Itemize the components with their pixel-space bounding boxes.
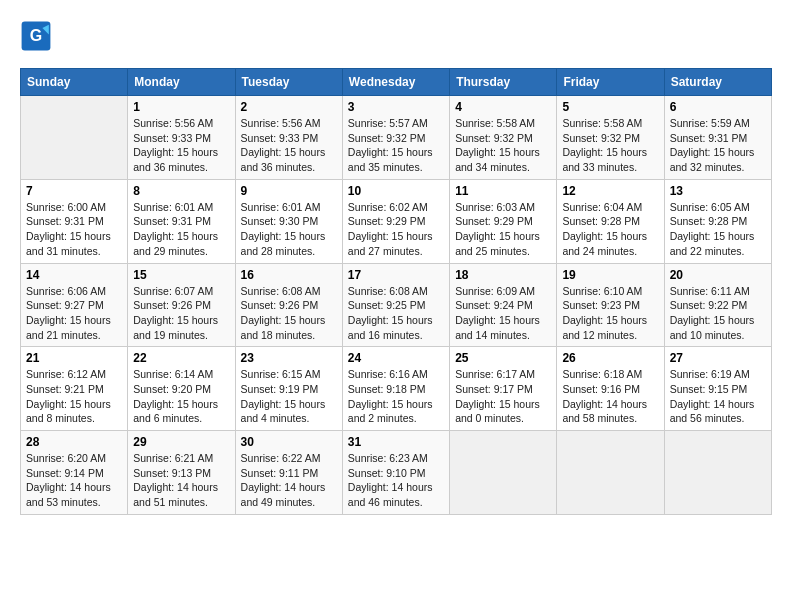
day-info: Sunrise: 6:03 AMSunset: 9:29 PMDaylight:… bbox=[455, 200, 551, 259]
day-info: Sunrise: 6:15 AMSunset: 9:19 PMDaylight:… bbox=[241, 367, 337, 426]
day-info: Sunrise: 6:10 AMSunset: 9:23 PMDaylight:… bbox=[562, 284, 658, 343]
day-info: Sunrise: 6:07 AMSunset: 9:26 PMDaylight:… bbox=[133, 284, 229, 343]
day-number: 3 bbox=[348, 100, 444, 114]
calendar-cell: 10Sunrise: 6:02 AMSunset: 9:29 PMDayligh… bbox=[342, 179, 449, 263]
day-header-wednesday: Wednesday bbox=[342, 69, 449, 96]
calendar-cell: 14Sunrise: 6:06 AMSunset: 9:27 PMDayligh… bbox=[21, 263, 128, 347]
day-number: 25 bbox=[455, 351, 551, 365]
day-info: Sunrise: 6:01 AMSunset: 9:31 PMDaylight:… bbox=[133, 200, 229, 259]
calendar-cell: 6Sunrise: 5:59 AMSunset: 9:31 PMDaylight… bbox=[664, 96, 771, 180]
calendar-cell: 23Sunrise: 6:15 AMSunset: 9:19 PMDayligh… bbox=[235, 347, 342, 431]
calendar-cell: 9Sunrise: 6:01 AMSunset: 9:30 PMDaylight… bbox=[235, 179, 342, 263]
calendar-cell: 29Sunrise: 6:21 AMSunset: 9:13 PMDayligh… bbox=[128, 431, 235, 515]
day-number: 17 bbox=[348, 268, 444, 282]
day-number: 8 bbox=[133, 184, 229, 198]
day-number: 19 bbox=[562, 268, 658, 282]
calendar-cell: 1Sunrise: 5:56 AMSunset: 9:33 PMDaylight… bbox=[128, 96, 235, 180]
day-info: Sunrise: 6:19 AMSunset: 9:15 PMDaylight:… bbox=[670, 367, 766, 426]
day-number: 28 bbox=[26, 435, 122, 449]
day-header-friday: Friday bbox=[557, 69, 664, 96]
day-number: 16 bbox=[241, 268, 337, 282]
day-info: Sunrise: 5:57 AMSunset: 9:32 PMDaylight:… bbox=[348, 116, 444, 175]
calendar-cell: 7Sunrise: 6:00 AMSunset: 9:31 PMDaylight… bbox=[21, 179, 128, 263]
day-info: Sunrise: 6:04 AMSunset: 9:28 PMDaylight:… bbox=[562, 200, 658, 259]
day-info: Sunrise: 6:17 AMSunset: 9:17 PMDaylight:… bbox=[455, 367, 551, 426]
day-number: 29 bbox=[133, 435, 229, 449]
calendar-week-row: 7Sunrise: 6:00 AMSunset: 9:31 PMDaylight… bbox=[21, 179, 772, 263]
day-number: 7 bbox=[26, 184, 122, 198]
day-info: Sunrise: 6:18 AMSunset: 9:16 PMDaylight:… bbox=[562, 367, 658, 426]
day-info: Sunrise: 6:20 AMSunset: 9:14 PMDaylight:… bbox=[26, 451, 122, 510]
day-number: 23 bbox=[241, 351, 337, 365]
day-number: 31 bbox=[348, 435, 444, 449]
day-number: 26 bbox=[562, 351, 658, 365]
day-info: Sunrise: 6:00 AMSunset: 9:31 PMDaylight:… bbox=[26, 200, 122, 259]
day-number: 20 bbox=[670, 268, 766, 282]
calendar-cell: 24Sunrise: 6:16 AMSunset: 9:18 PMDayligh… bbox=[342, 347, 449, 431]
calendar-cell: 2Sunrise: 5:56 AMSunset: 9:33 PMDaylight… bbox=[235, 96, 342, 180]
calendar-cell: 18Sunrise: 6:09 AMSunset: 9:24 PMDayligh… bbox=[450, 263, 557, 347]
svg-text:G: G bbox=[30, 27, 42, 44]
header: G bbox=[20, 20, 772, 52]
calendar-cell: 15Sunrise: 6:07 AMSunset: 9:26 PMDayligh… bbox=[128, 263, 235, 347]
day-number: 9 bbox=[241, 184, 337, 198]
day-info: Sunrise: 6:01 AMSunset: 9:30 PMDaylight:… bbox=[241, 200, 337, 259]
day-info: Sunrise: 6:06 AMSunset: 9:27 PMDaylight:… bbox=[26, 284, 122, 343]
calendar-cell: 12Sunrise: 6:04 AMSunset: 9:28 PMDayligh… bbox=[557, 179, 664, 263]
calendar-cell: 30Sunrise: 6:22 AMSunset: 9:11 PMDayligh… bbox=[235, 431, 342, 515]
day-info: Sunrise: 6:23 AMSunset: 9:10 PMDaylight:… bbox=[348, 451, 444, 510]
day-header-sunday: Sunday bbox=[21, 69, 128, 96]
calendar-week-row: 28Sunrise: 6:20 AMSunset: 9:14 PMDayligh… bbox=[21, 431, 772, 515]
day-info: Sunrise: 6:11 AMSunset: 9:22 PMDaylight:… bbox=[670, 284, 766, 343]
calendar-week-row: 1Sunrise: 5:56 AMSunset: 9:33 PMDaylight… bbox=[21, 96, 772, 180]
calendar-cell: 5Sunrise: 5:58 AMSunset: 9:32 PMDaylight… bbox=[557, 96, 664, 180]
day-number: 27 bbox=[670, 351, 766, 365]
day-info: Sunrise: 6:05 AMSunset: 9:28 PMDaylight:… bbox=[670, 200, 766, 259]
calendar-cell: 22Sunrise: 6:14 AMSunset: 9:20 PMDayligh… bbox=[128, 347, 235, 431]
day-info: Sunrise: 5:58 AMSunset: 9:32 PMDaylight:… bbox=[562, 116, 658, 175]
day-info: Sunrise: 6:09 AMSunset: 9:24 PMDaylight:… bbox=[455, 284, 551, 343]
calendar-cell: 28Sunrise: 6:20 AMSunset: 9:14 PMDayligh… bbox=[21, 431, 128, 515]
day-info: Sunrise: 6:14 AMSunset: 9:20 PMDaylight:… bbox=[133, 367, 229, 426]
day-number: 30 bbox=[241, 435, 337, 449]
day-info: Sunrise: 5:59 AMSunset: 9:31 PMDaylight:… bbox=[670, 116, 766, 175]
day-header-monday: Monday bbox=[128, 69, 235, 96]
calendar-cell: 8Sunrise: 6:01 AMSunset: 9:31 PMDaylight… bbox=[128, 179, 235, 263]
calendar-cell: 31Sunrise: 6:23 AMSunset: 9:10 PMDayligh… bbox=[342, 431, 449, 515]
day-number: 21 bbox=[26, 351, 122, 365]
calendar-cell: 3Sunrise: 5:57 AMSunset: 9:32 PMDaylight… bbox=[342, 96, 449, 180]
day-info: Sunrise: 6:12 AMSunset: 9:21 PMDaylight:… bbox=[26, 367, 122, 426]
day-number: 14 bbox=[26, 268, 122, 282]
day-number: 22 bbox=[133, 351, 229, 365]
calendar-week-row: 14Sunrise: 6:06 AMSunset: 9:27 PMDayligh… bbox=[21, 263, 772, 347]
calendar-cell bbox=[557, 431, 664, 515]
day-info: Sunrise: 5:56 AMSunset: 9:33 PMDaylight:… bbox=[241, 116, 337, 175]
calendar-cell: 19Sunrise: 6:10 AMSunset: 9:23 PMDayligh… bbox=[557, 263, 664, 347]
calendar-cell: 17Sunrise: 6:08 AMSunset: 9:25 PMDayligh… bbox=[342, 263, 449, 347]
calendar-cell: 13Sunrise: 6:05 AMSunset: 9:28 PMDayligh… bbox=[664, 179, 771, 263]
calendar-cell: 26Sunrise: 6:18 AMSunset: 9:16 PMDayligh… bbox=[557, 347, 664, 431]
day-number: 15 bbox=[133, 268, 229, 282]
day-number: 6 bbox=[670, 100, 766, 114]
calendar-header-row: SundayMondayTuesdayWednesdayThursdayFrid… bbox=[21, 69, 772, 96]
day-number: 13 bbox=[670, 184, 766, 198]
calendar-cell: 25Sunrise: 6:17 AMSunset: 9:17 PMDayligh… bbox=[450, 347, 557, 431]
day-number: 5 bbox=[562, 100, 658, 114]
calendar-cell: 20Sunrise: 6:11 AMSunset: 9:22 PMDayligh… bbox=[664, 263, 771, 347]
day-info: Sunrise: 6:21 AMSunset: 9:13 PMDaylight:… bbox=[133, 451, 229, 510]
logo-icon: G bbox=[20, 20, 52, 52]
day-info: Sunrise: 6:22 AMSunset: 9:11 PMDaylight:… bbox=[241, 451, 337, 510]
day-number: 11 bbox=[455, 184, 551, 198]
calendar-cell: 27Sunrise: 6:19 AMSunset: 9:15 PMDayligh… bbox=[664, 347, 771, 431]
day-header-thursday: Thursday bbox=[450, 69, 557, 96]
calendar-cell: 21Sunrise: 6:12 AMSunset: 9:21 PMDayligh… bbox=[21, 347, 128, 431]
calendar-week-row: 21Sunrise: 6:12 AMSunset: 9:21 PMDayligh… bbox=[21, 347, 772, 431]
day-header-tuesday: Tuesday bbox=[235, 69, 342, 96]
day-info: Sunrise: 6:08 AMSunset: 9:26 PMDaylight:… bbox=[241, 284, 337, 343]
day-number: 24 bbox=[348, 351, 444, 365]
logo: G bbox=[20, 20, 56, 52]
calendar-cell bbox=[450, 431, 557, 515]
day-header-saturday: Saturday bbox=[664, 69, 771, 96]
calendar-cell bbox=[664, 431, 771, 515]
day-info: Sunrise: 5:58 AMSunset: 9:32 PMDaylight:… bbox=[455, 116, 551, 175]
